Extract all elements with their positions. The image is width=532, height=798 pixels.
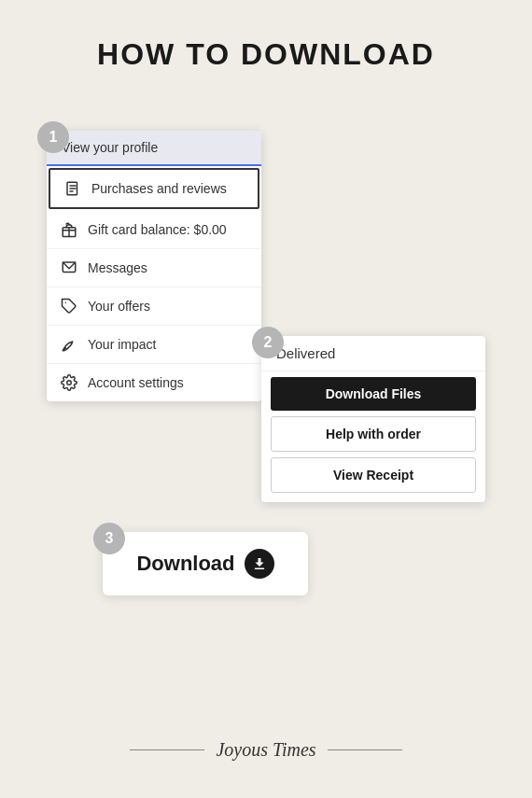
- menu-item-label: Gift card balance: $0.00: [88, 222, 227, 237]
- menu-item-label: Your impact: [88, 337, 156, 352]
- menu-item-purchases[interactable]: Purchases and reviews: [49, 168, 259, 209]
- step2-container: 2 Delivered Download Files Help with ord…: [252, 327, 485, 502]
- menu-item-impact[interactable]: Your impact: [47, 326, 261, 364]
- svg-rect-8: [254, 568, 264, 570]
- menu-item-giftcard[interactable]: Gift card balance: $0.00: [47, 211, 261, 249]
- menu-item-label: Your offers: [88, 299, 150, 314]
- message-icon: [60, 259, 78, 277]
- gear-icon: [60, 373, 78, 392]
- menu-item-settings[interactable]: Account settings: [47, 364, 261, 401]
- step1-container: 1 View your profile Purchases and review…: [37, 121, 261, 401]
- leaf-icon: [60, 335, 78, 354]
- svg-point-7: [67, 381, 72, 385]
- download-label: Download: [136, 552, 234, 576]
- footer-line-right: [328, 749, 402, 750]
- receipt-icon: [63, 179, 82, 198]
- order-panel: Delivered Download Files Help with order…: [261, 336, 485, 502]
- menu-item-label: Messages: [88, 260, 147, 275]
- order-status: Delivered: [261, 336, 485, 371]
- brand-name: Joyous Times: [216, 739, 315, 761]
- step1-badge: 1: [37, 121, 69, 153]
- footer: Joyous Times: [0, 739, 532, 761]
- download-icon[interactable]: [245, 549, 274, 579]
- menu-item-messages[interactable]: Messages: [47, 249, 261, 287]
- menu-item-label: Purchases and reviews: [91, 181, 227, 196]
- step3-container: 3 Download: [93, 523, 308, 595]
- menu-item-label: Account settings: [88, 375, 184, 390]
- page-title: HOW TO DOWNLOAD: [97, 37, 435, 72]
- footer-line-left: [130, 749, 204, 750]
- download-panel: Download: [103, 532, 308, 595]
- profile-header: View your profile: [47, 131, 261, 166]
- menu-item-offers[interactable]: Your offers: [47, 287, 261, 326]
- help-with-order-button[interactable]: Help with order: [271, 416, 476, 452]
- step3-badge: 3: [93, 523, 125, 554]
- download-files-button[interactable]: Download Files: [271, 377, 476, 411]
- view-receipt-button[interactable]: View Receipt: [271, 457, 476, 493]
- step2-badge: 2: [252, 327, 284, 358]
- gift-icon: [60, 220, 78, 239]
- profile-menu: View your profile Purchases and reviews: [47, 131, 261, 401]
- tag-icon: [60, 297, 78, 315]
- delivered-label: Delivered: [276, 345, 335, 361]
